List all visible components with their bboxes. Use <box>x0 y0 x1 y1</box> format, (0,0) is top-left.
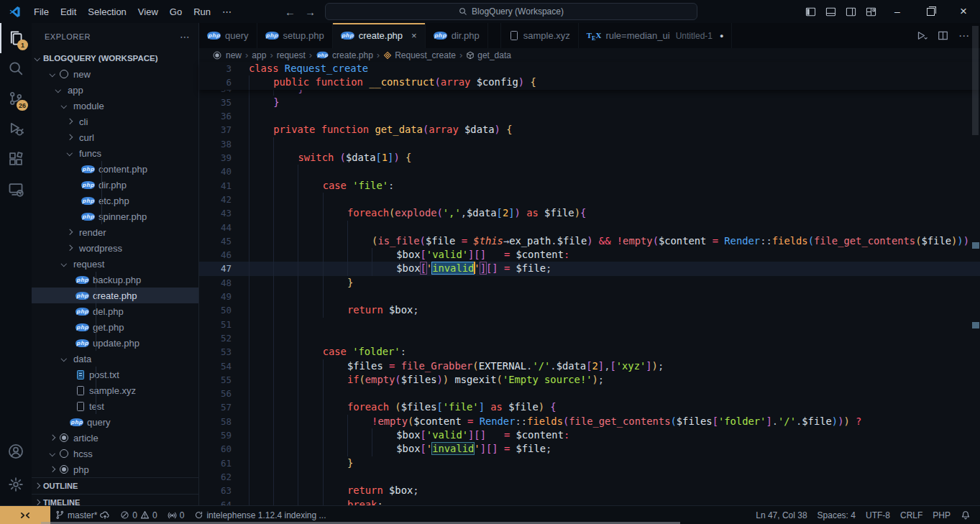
status-indentation[interactable]: Spaces: 4 <box>812 506 861 524</box>
restore-button[interactable] <box>914 0 947 23</box>
code-line-62[interactable]: 62 <box>199 470 980 484</box>
code-line-52[interactable]: 52 <box>199 331 980 345</box>
code-line-58[interactable]: 58!empty($content = Render::fields(file_… <box>199 415 980 428</box>
breadcrumb-item-create.php[interactable]: phpcreate.php <box>316 50 373 60</box>
section-outline[interactable]: OUTLINE <box>32 477 198 494</box>
code-line-42[interactable]: 42 <box>199 193 980 206</box>
menu-item-selection[interactable]: Selection <box>82 4 132 19</box>
code-line-48[interactable]: 48} <box>199 276 980 290</box>
tree-item-create.php[interactable]: phpcreate.php <box>32 288 198 303</box>
tree-item-dir.php[interactable]: phpdir.php <box>32 177 198 193</box>
tree-item-del.php[interactable]: phpdel.php <box>32 303 198 319</box>
tree-item-data[interactable]: data <box>32 351 198 367</box>
code-line-64[interactable]: 64break; <box>199 498 980 506</box>
code-line-41[interactable]: 41case 'file': <box>199 179 980 193</box>
tab-sample.xyz[interactable]: sample.xyz <box>500 23 579 48</box>
tab-setup.php[interactable]: phpsetup.php <box>257 23 333 48</box>
tree-item-etc.php[interactable]: phpetc.php <box>32 193 198 208</box>
code-viewport[interactable]: 34}35}3637private function get_data(arra… <box>199 90 980 505</box>
code-line-61[interactable]: 61} <box>199 456 980 470</box>
menu-item-go[interactable]: Go <box>164 4 188 19</box>
nav-forward-icon[interactable]: → <box>299 6 321 18</box>
activity-explorer[interactable]: 1 <box>0 23 32 53</box>
status-language-mode[interactable]: PHP <box>928 506 956 524</box>
activity-extensions[interactable] <box>0 144 32 174</box>
code-line-59[interactable]: 59$box['valid'][] = $content: <box>199 428 980 442</box>
tree-item-sample.xyz[interactable]: sample.xyz <box>32 382 198 398</box>
tree-item-request[interactable]: request <box>32 256 198 272</box>
tree-item-query[interactable]: phpquery <box>32 414 198 430</box>
code-line-46[interactable]: 46$box['valid'][] = $content: <box>199 248 980 262</box>
status-encoding[interactable]: UTF-8 <box>861 506 895 524</box>
tab-dir.php[interactable]: phpdir.php <box>426 23 488 48</box>
breadcrumb-item-app[interactable]: app <box>252 50 266 60</box>
tree-item-get.php[interactable]: phpget.php <box>32 319 198 335</box>
code-line-40[interactable]: 40 <box>199 165 980 178</box>
tree-item-render[interactable]: render <box>32 224 198 240</box>
nav-back-icon[interactable]: ← <box>279 6 301 18</box>
code-line-6[interactable]: 6public function __construct(array $conf… <box>199 75 980 89</box>
status-eol[interactable]: CRLF <box>895 506 928 524</box>
sidebar-more-icon[interactable]: ⋯ <box>180 31 190 42</box>
status-notifications[interactable] <box>956 506 976 524</box>
layout-customize-icon[interactable] <box>861 1 881 22</box>
code-line-37[interactable]: 37private function get_data(array $data)… <box>199 123 980 137</box>
menu-item-view[interactable]: View <box>132 4 164 19</box>
menu-item-run[interactable]: Run <box>188 4 216 19</box>
activity-source-control[interactable]: 26 <box>0 83 32 114</box>
code-line-45[interactable]: 45(is_file($file = $this→ex_path.$file) … <box>199 234 980 248</box>
code-line-49[interactable]: 49 <box>199 290 980 303</box>
command-center-search[interactable]: BlogQuery (Workspace) <box>325 3 697 20</box>
code-line-55[interactable]: 55if(empty($files)) msgexit('Empty sourc… <box>199 373 980 387</box>
activity-search[interactable] <box>0 53 32 83</box>
code-line-50[interactable]: 50return $box; <box>199 303 980 317</box>
tab-create.php[interactable]: phpcreate.php× <box>333 23 426 48</box>
close-icon[interactable]: × <box>411 30 417 41</box>
workspace-root-row[interactable]: BLOGQUERY (WORKSPACE) <box>32 50 198 66</box>
layout-sidebar-icon[interactable] <box>800 1 820 22</box>
code-line-36[interactable]: 36 <box>199 109 980 123</box>
more-actions-button[interactable]: ⋯ <box>958 29 970 42</box>
tab-rule=median_ui[interactable]: TEXrule=median_uiUntitled-1● <box>579 23 733 48</box>
minimize-button[interactable]: – <box>881 0 914 23</box>
code-line-35[interactable]: 35} <box>199 96 980 109</box>
code-line-56[interactable]: 56 <box>199 387 980 400</box>
menu-item-edit[interactable]: Edit <box>55 4 82 19</box>
activity-settings[interactable] <box>0 468 32 501</box>
code-line-39[interactable]: 39switch ($data[1]) { <box>199 151 980 165</box>
breadcrumb-item-request[interactable]: request <box>277 50 306 60</box>
run-button[interactable] <box>916 30 928 42</box>
activity-account[interactable] <box>0 435 32 468</box>
code-line-34[interactable]: 34} <box>199 90 980 96</box>
close-button[interactable]: × <box>947 0 980 23</box>
split-editor-button[interactable] <box>938 30 948 41</box>
code-line-38[interactable]: 38 <box>199 137 980 151</box>
breadcrumb-item-get_data[interactable]: get_data <box>466 50 511 60</box>
tree-item-article[interactable]: article <box>32 430 198 446</box>
vertical-scrollbar[interactable] <box>972 26 979 135</box>
tree-item-post.txt[interactable]: post.txt <box>32 367 198 382</box>
code-line-47[interactable]: 47$box['invalid'][] = $file; <box>199 262 980 275</box>
menu-item-file[interactable]: File <box>28 4 55 19</box>
tree-item-hcss[interactable]: hcss <box>32 446 198 461</box>
code-line-57[interactable]: 57foreach ($files['file'] as $file) { <box>199 400 980 414</box>
breadcrumb-item-new[interactable]: new <box>211 50 242 60</box>
tree-item-wordpress[interactable]: wordpress <box>32 240 198 256</box>
layout-panel-icon[interactable] <box>820 1 841 22</box>
tree-item-update.php[interactable]: phpupdate.php <box>32 335 198 351</box>
menu-item-more[interactable]: ⋯ <box>216 4 237 19</box>
code-line-43[interactable]: 43foreach(explode(',',$data[2]) as $file… <box>199 206 980 220</box>
code-line-3[interactable]: 3class Request_create <box>199 62 980 75</box>
tree-item-backup.php[interactable]: phpbackup.php <box>32 272 198 288</box>
tab-query[interactable]: phpquery <box>199 23 257 48</box>
tree-item-funcs[interactable]: funcs <box>32 145 198 161</box>
code-line-60[interactable]: 60$box['invalid'][] = $file; <box>199 442 980 456</box>
layout-secondary-sidebar-icon[interactable] <box>841 1 861 22</box>
code-line-63[interactable]: 63return $box; <box>199 484 980 497</box>
activity-run-debug[interactable] <box>0 114 32 144</box>
tree-item-curl[interactable]: curl <box>32 129 198 145</box>
tree-item-module[interactable]: module <box>32 98 198 114</box>
code-line-54[interactable]: 54$files = file_Grabber(EXTERNAL.'/'.$da… <box>199 359 980 373</box>
tree-item-new[interactable]: new <box>32 66 198 82</box>
breadcrumb-item-Request_create[interactable]: Request_create <box>383 50 456 60</box>
